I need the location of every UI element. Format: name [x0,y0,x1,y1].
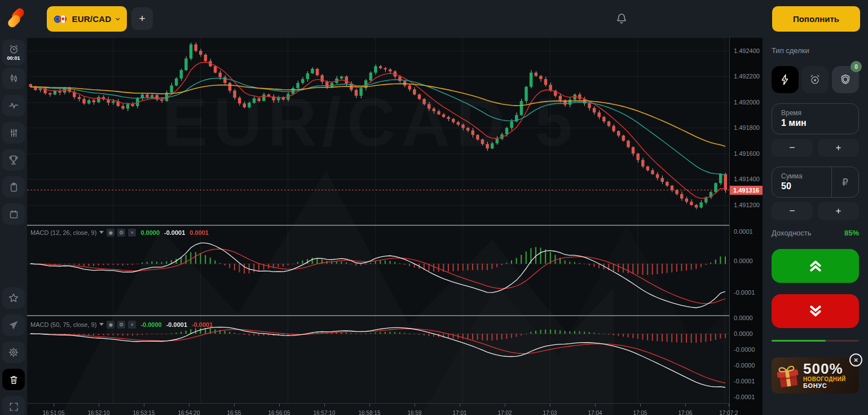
lightning-icon [779,73,791,86]
star-icon [8,292,19,304]
amount-decrease-button[interactable]: − [772,202,813,220]
macd2-axis-label: -0.0001 [734,394,755,400]
chevron-down-icon [116,17,120,21]
price-axis-label: 1.492000 [734,99,760,106]
time-field[interactable]: Время 1 мин [772,103,859,134]
sidebar-item-orders[interactable] [2,176,25,198]
trade-type-timer-button[interactable] [801,66,829,93]
time-axis-label: 16:57:10 [314,410,336,415]
timer-value: 00:01 [7,55,20,61]
sliders-icon [8,128,19,138]
macd1-value-macd: 0.0000 [140,229,160,236]
eur-cad-flags-icon [54,13,68,25]
time-field-value: 1 мин [781,118,858,128]
time-axis-label: 16:55 [227,410,241,415]
alarm-clock-icon [809,73,821,86]
amount-increase-button[interactable]: + [818,202,859,220]
visibility-icon[interactable]: ◉ [107,321,114,329]
macd2-value-macd: -0.0000 [140,321,161,328]
sidebar-item-social-trading[interactable] [2,95,25,116]
macd1-axis-label: -0.0001 [734,289,755,296]
trash-icon [8,374,19,385]
double-chevron-down-icon [807,304,824,318]
price-axis-label: 1.492200 [734,73,760,80]
sidebar-item-indicators[interactable] [2,122,25,143]
clipboard-icon [8,182,19,193]
safe-trades-badge: 0 [851,61,862,72]
trade-type-label: Тип сделки [772,46,809,55]
sidebar-item-telegram[interactable] [2,314,25,336]
macd2-header: MACD (50, 75, close, 9) ◉ ⚙ × -0.0000 -0… [30,320,213,329]
close-icon[interactable]: × [128,321,136,329]
time-axis-label: 17:04 [588,410,602,415]
sidebar-item-settings[interactable] [2,342,25,363]
macd2-value-hist: -0.0001 [192,321,213,328]
asset-pair-button[interactable]: EUR/CAD [47,6,127,32]
candlestick-macd-canvas[interactable] [27,38,729,415]
alarm-timer-icon [8,44,19,55]
price-axis-label: 1.491200 [734,202,760,208]
double-chevron-up-icon [807,259,824,273]
close-icon[interactable]: × [128,229,136,237]
sidebar-item-favorites[interactable] [2,287,25,309]
time-decrease-button[interactable]: − [772,139,813,157]
sidebar-item-delete[interactable] [2,369,25,390]
deposit-button[interactable]: Пополнить [772,6,860,32]
sell-down-button[interactable] [772,294,859,328]
price-axis-label: 1.491600 [734,150,760,157]
macd2-axis-label: 0.0000 [734,314,753,321]
time-increase-button[interactable]: + [818,139,859,157]
time-axis-label: 16:58:15 [359,410,381,415]
time-axis-label: 17:07:2 [719,410,738,415]
bonus-percent: 500% [803,361,846,376]
trading-app: EUR/CAD + Пополнить 00:01 [0,0,868,415]
macd1-axis-label: 0.0000 [734,257,753,264]
currency-ruble-icon[interactable]: ₽ [831,167,858,197]
price-axis[interactable] [729,38,763,415]
trade-type-quick-button[interactable] [772,66,799,93]
macd2-axis-label: -0.0000 [734,346,755,353]
sidebar-item-chart-type[interactable] [2,68,25,89]
trophy-icon [8,154,19,165]
shield-icon [839,73,852,86]
sidebar-item-tournaments[interactable] [2,149,25,171]
visibility-icon[interactable]: ◉ [107,229,114,237]
left-sidebar: 00:01 [0,38,27,415]
time-axis-label: 16:54:20 [178,410,200,415]
macd1-axis-label: 0.0001 [734,228,753,235]
add-asset-button[interactable]: + [131,7,153,30]
sidebar-item-fullscreen[interactable] [2,396,25,415]
time-axis-label: 16:52:10 [88,410,110,415]
sidebar-item-calendar[interactable] [2,203,25,225]
bonus-banner[interactable]: 500% НОВОГОДНИЙ БОНУС × [772,357,859,394]
price-axis-label: 1.491400 [734,176,760,182]
telegram-icon [8,320,19,331]
time-axis-label: 16:53:15 [133,410,155,415]
sentiment-bar [772,340,859,342]
app-logo-icon[interactable] [6,8,27,29]
gear-icon[interactable]: ⚙ [117,229,125,237]
calendar-icon [8,209,19,220]
macd1-title: MACD (12, 26, close, 9) [30,229,96,236]
asset-pair-label: EUR/CAD [72,14,112,24]
chart-area[interactable]: EUR/CAD 5 1.491316 MACD (12, 26, close, … [27,38,763,415]
gear-icon [8,347,19,358]
chevron-down-icon[interactable] [99,323,104,326]
bonus-close-button[interactable]: × [849,353,862,366]
amount-field[interactable]: Сумма 50 ₽ [772,167,859,198]
time-axis-label: 17:01 [452,410,466,415]
price-axis-label: 1.491800 [734,124,760,131]
candlesticks-icon [8,73,19,84]
bonus-line1: НОВОГОДНИЙ [803,376,846,382]
profit-value: 85% [844,229,859,237]
time-axis-label: 17:02 [497,410,512,415]
time-axis-label: 16:51:05 [43,410,65,415]
chevron-down-icon[interactable] [99,231,104,234]
macd2-axis-label: -0.0001 [734,378,755,385]
buy-up-button[interactable] [772,249,859,283]
gear-icon[interactable]: ⚙ [117,321,125,329]
macd2-axis-label: -0.0000 [734,362,755,369]
trade-timer-button[interactable]: 00:01 [2,40,25,65]
trade-panel: Тип сделки 0 Время 1 мин − + Сумма [763,38,868,415]
notifications-bell-icon[interactable] [615,12,628,25]
